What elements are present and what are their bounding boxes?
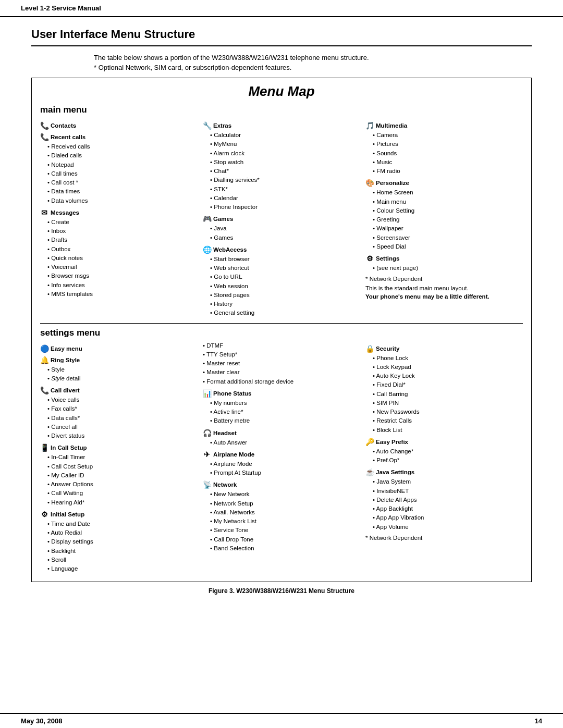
list-item: Style bbox=[47, 365, 198, 374]
bottom-bar: May 30, 2008 14 bbox=[0, 713, 563, 728]
list-item: Dialling services* bbox=[210, 176, 360, 184]
contacts-icon: 📞 bbox=[40, 121, 48, 130]
list-item: App App Vibration bbox=[373, 513, 523, 522]
list-item: Home Screen bbox=[373, 188, 523, 197]
list-item: Call Waiting bbox=[47, 489, 198, 498]
phone-status-label: Phone Status bbox=[213, 390, 251, 397]
multimedia-icon: 🎵 bbox=[365, 121, 374, 130]
extras-item: 🔧 Extras bbox=[203, 121, 360, 130]
list-item: Lock Keypad bbox=[373, 363, 523, 372]
in-call-setup-sub: In-Call Timer Call Cost Setup My Caller … bbox=[47, 453, 198, 507]
main-col3: 🎵 Multimedia Camera Pictures Sounds Musi… bbox=[365, 118, 523, 318]
games-item: 🎮 Games bbox=[203, 215, 360, 223]
settings-note: * Network Dependent bbox=[365, 535, 523, 541]
list-item: Inbox bbox=[47, 227, 198, 236]
recent-calls-label: Recent calls bbox=[51, 134, 85, 140]
list-item: Stop watch bbox=[210, 158, 360, 167]
list-item: Drafts bbox=[47, 236, 198, 244]
header-label: Level 1-2 Service Manual bbox=[21, 4, 101, 12]
list-item: Master clear bbox=[203, 368, 360, 377]
list-item: Format additional storage device bbox=[203, 377, 360, 386]
settings-menu-columns: 🔵 Easy menu 🔔 Ring Style Style Style det… bbox=[40, 341, 523, 574]
ring-style-icon: 🔔 bbox=[40, 356, 48, 364]
multimedia-label: Multimedia bbox=[376, 122, 407, 129]
list-item: Call Barring bbox=[373, 390, 523, 399]
list-item: STK* bbox=[210, 185, 360, 194]
list-item: Camera bbox=[373, 131, 523, 140]
list-item: Time and Date bbox=[47, 520, 198, 528]
intro-line2: * Optional Network, SIM card, or subscri… bbox=[94, 64, 532, 71]
list-item: Scroll bbox=[47, 556, 198, 564]
security-label: Security bbox=[376, 346, 399, 352]
list-item: Auto Redial bbox=[47, 528, 198, 537]
list-item: Quick notes bbox=[47, 254, 198, 263]
list-item: Auto Change* bbox=[373, 447, 523, 456]
list-item: InvisibeNET bbox=[373, 487, 523, 496]
list-item: Phone Lock bbox=[373, 354, 523, 363]
main-content: User Interface Menu Structure The table … bbox=[0, 17, 563, 713]
list-item: Stored pages bbox=[210, 291, 360, 300]
list-item: Call times bbox=[47, 169, 198, 178]
ring-style-item: 🔔 Ring Style bbox=[40, 356, 198, 364]
list-item: Auto Answer bbox=[210, 438, 360, 447]
messages-sub: Create Inbox Drafts Outbox Quick notes V… bbox=[47, 218, 198, 299]
contacts-label: Contacts bbox=[51, 122, 76, 129]
list-item: Cancel all bbox=[47, 423, 198, 431]
list-item: Airplane Mode bbox=[210, 460, 360, 468]
list-item: Web shortcut bbox=[210, 264, 360, 273]
list-item: App Backlight bbox=[373, 504, 523, 513]
list-item: Colour Setting bbox=[373, 206, 523, 215]
list-item: App Volume bbox=[373, 523, 523, 532]
easy-menu-item: 🔵 Easy menu bbox=[40, 344, 198, 353]
initial-setup-icon: ⚙ bbox=[40, 510, 48, 519]
note-standard-layout: This is the standard main menu layout. bbox=[365, 285, 523, 291]
personalize-item: 🎨 Personalize bbox=[365, 179, 523, 187]
recent-calls-icon: 📞 bbox=[40, 133, 48, 141]
initial-setup-label: Initial Setup bbox=[51, 511, 84, 517]
easy-prefix-sub: Auto Change* Pref.Op* bbox=[373, 447, 523, 465]
in-call-setup-item: 📱 In Call Setup bbox=[40, 443, 198, 452]
extras-label: Extras bbox=[213, 122, 231, 129]
webaccess-item: 🌐 WebAccess bbox=[203, 245, 360, 254]
games-label: Games bbox=[213, 216, 233, 222]
list-item: Data calls* bbox=[47, 414, 198, 423]
list-item: Backlight bbox=[47, 547, 198, 556]
list-item: Java System bbox=[373, 477, 523, 486]
personalize-sub: Home Screen Main menu Colour Setting Gre… bbox=[373, 188, 523, 251]
security-item: 🔒 Security bbox=[365, 344, 523, 353]
list-item: Active line* bbox=[210, 408, 360, 416]
java-settings-sub: Java System InvisibeNET Delete All Apps … bbox=[373, 477, 523, 532]
security-sub: Phone Lock Lock Keypad Auto Key Lock Fix… bbox=[373, 354, 523, 435]
list-item: Network Setup bbox=[210, 499, 360, 508]
main-menu-title: main menu bbox=[40, 105, 523, 115]
list-item: General setting bbox=[210, 309, 360, 317]
list-item: My Network List bbox=[210, 517, 360, 526]
figure-caption: Figure 3. W230/W388/W216/W231 Menu Struc… bbox=[31, 587, 532, 595]
list-item: New Network bbox=[210, 490, 360, 499]
list-item: Go to URL bbox=[210, 273, 360, 281]
list-item: Call Drop Tone bbox=[210, 535, 360, 544]
list-item: Pictures bbox=[373, 140, 523, 149]
menu-map-box: Menu Map main menu 📞 Contacts 📞 Recent c… bbox=[31, 78, 532, 582]
list-item: Data times bbox=[47, 187, 198, 196]
menu-map-title: Menu Map bbox=[40, 83, 523, 100]
security-icon: 🔒 bbox=[365, 344, 374, 353]
list-item: Outbox bbox=[47, 245, 198, 254]
ring-style-sub: Style Style detail bbox=[47, 365, 198, 384]
easy-prefix-icon: 🔑 bbox=[365, 438, 374, 446]
multimedia-item: 🎵 Multimedia bbox=[365, 121, 523, 130]
initial-setup-item: ⚙ Initial Setup bbox=[40, 510, 198, 519]
in-call-setup-label: In Call Setup bbox=[51, 445, 87, 451]
list-item: Chat* bbox=[210, 167, 360, 176]
list-item: Delete All Apps bbox=[373, 496, 523, 504]
page-wrapper: Level 1-2 Service Manual User Interface … bbox=[0, 0, 563, 728]
main-menu-columns: 📞 Contacts 📞 Recent calls Received calls… bbox=[40, 118, 523, 318]
multimedia-sub: Camera Pictures Sounds Music FM radio bbox=[373, 131, 523, 176]
list-item: Voicemail bbox=[47, 263, 198, 272]
call-divert-icon: 📞 bbox=[40, 386, 48, 394]
list-item: Avail. Networks bbox=[210, 508, 360, 517]
network-item: 📡 Network bbox=[203, 480, 360, 489]
list-item: Answer Options bbox=[47, 480, 198, 489]
settings-col3: 🔒 Security Phone Lock Lock Keypad Auto K… bbox=[365, 341, 523, 574]
list-item: My numbers bbox=[210, 399, 360, 408]
